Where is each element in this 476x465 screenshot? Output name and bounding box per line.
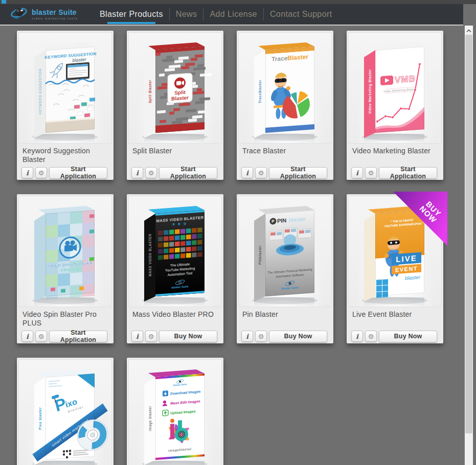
settings-button[interactable]: ⚙ — [255, 331, 267, 342]
buy-now-button[interactable]: Buy Now — [159, 331, 217, 342]
info-button[interactable]: i — [131, 167, 143, 178]
buy-now-button[interactable]: Buy Now — [269, 331, 327, 342]
nav-label: Add License — [210, 10, 257, 19]
product-card-video-marketing-blaster: Video Marketing Blaster VMB Video Market… — [347, 31, 443, 180]
product-box-art-pixo-blaster: Pixo blaster P ixo blaster smart video m… — [18, 359, 112, 465]
window-accent-square — [2, 0, 6, 4]
svg-text:PIN: PIN — [277, 217, 286, 224]
svg-text:blaster: blaster — [405, 274, 421, 281]
logo-tagline: video marketing tools — [32, 17, 78, 20]
start-application-button[interactable]: Start Application — [269, 167, 327, 179]
svg-text:P: P — [271, 219, 275, 224]
product-title: Keyword Suggestion Blaster — [18, 144, 112, 166]
info-button[interactable]: i — [21, 331, 33, 342]
settings-button[interactable]: ⚙ — [255, 167, 267, 178]
product-card-pin-blaster: PINblaster P PIN blaster The Ultimate Pi… — [237, 194, 333, 343]
svg-text:LIVE: LIVE — [396, 253, 417, 264]
nav-item-news[interactable]: News — [170, 4, 203, 25]
product-title: Pin Blaster — [238, 307, 332, 330]
svg-text:MASS VIDEO BLASTER: MASS VIDEO BLASTER — [148, 234, 152, 276]
info-button[interactable]: i — [241, 331, 253, 342]
scrollbar[interactable] — [465, 26, 473, 465]
window-top-strip — [0, 0, 476, 4]
product-box-art-video-spin-blaster-pro-plus: VIDEO SPIN BLASTER PRO 2.0 — [18, 196, 112, 307]
product-card-pixo-blaster: Pixo blaster P ixo blaster smart video m… — [17, 358, 114, 465]
product-box-art-trace-blaster: TraceBlaster TraceBlaster — [238, 32, 332, 144]
product-card-trace-blaster: TraceBlaster TraceBlaster Trace Blaster … — [237, 31, 333, 180]
start-application-button[interactable]: Start Application — [49, 331, 107, 342]
product-title: Split Blaster — [128, 144, 222, 166]
svg-text:TraceBlaster: TraceBlaster — [258, 80, 262, 103]
product-title: Mass Video Blaster PRO — [128, 307, 222, 330]
logo-title: blaster Suite — [32, 9, 78, 16]
svg-text:image blaster: image blaster — [148, 406, 152, 431]
product-box-art-video-marketing-blaster: Video Marketing Blaster VMB Video Market… — [348, 32, 442, 144]
svg-text:Split Blaster: Split Blaster — [148, 80, 152, 103]
product-title: Trace Blaster — [238, 144, 332, 166]
svg-text:Video Marketing Blaster: Video Marketing Blaster — [368, 69, 372, 114]
settings-button[interactable]: ⚙ — [365, 167, 377, 178]
app-header: blaster Suite video marketing tools Blas… — [0, 4, 463, 26]
product-title: Video Marketing Blaster — [348, 144, 442, 166]
product-card-mass-video-blaster-pro: MASS VIDEO BLASTER MASS VIDEO BLASTER P … — [127, 194, 223, 343]
info-button[interactable]: i — [131, 331, 143, 342]
product-card-split-blaster: Split Blaster Split Blaster Split Blaste… — [127, 31, 223, 180]
svg-text:blaster: blaster — [73, 57, 87, 63]
start-application-button[interactable]: Start Application — [49, 167, 107, 179]
buy-now-button[interactable]: Buy Now — [379, 331, 437, 342]
nav-item-blaster-products[interactable]: Blaster Products — [94, 4, 169, 25]
product-box-art-image-blaster: image blaster blaster Suite Download Ima… — [128, 359, 222, 465]
product-card-image-blaster: image blaster blaster Suite Download Ima… — [127, 358, 223, 465]
product-box-art-keyword-suggestion-blaster: KEYWORD SUGGESTION KEYWORD SUGGESTION bl… — [18, 32, 112, 144]
product-box-art-mass-video-blaster-pro: MASS VIDEO BLASTER MASS VIDEO BLASTER P … — [128, 196, 222, 307]
product-grid: KEYWORD SUGGESTION KEYWORD SUGGESTION bl… — [17, 31, 443, 465]
product-title: Live Event Blaster — [348, 307, 442, 330]
svg-text:PINblaster: PINblaster — [258, 245, 262, 265]
nav-item-add-license[interactable]: Add License — [203, 4, 263, 25]
nav-label: Blaster Products — [100, 10, 163, 19]
scroll-up-button[interactable] — [465, 26, 472, 35]
scrollbar-thumb[interactable] — [465, 35, 472, 433]
settings-button[interactable]: ⚙ — [35, 167, 47, 178]
main-nav: Blaster Products News Add License Contac… — [94, 4, 338, 25]
rocket-orbit-logo-icon — [8, 6, 29, 23]
start-application-button[interactable]: Start Application — [159, 167, 217, 179]
buy-now-ribbon-text: BUYNOW — [419, 199, 444, 224]
svg-text:blaster: blaster — [289, 216, 306, 223]
info-button[interactable]: i — [241, 167, 253, 178]
nav-item-contact-support[interactable]: Contact Support — [264, 4, 338, 25]
chevron-up-icon — [466, 26, 471, 35]
product-card-live-event-blaster: “ THE ULTIMATE YOUTUBE SUPERWEAPON ” LIV… — [347, 194, 443, 343]
info-button[interactable]: i — [351, 167, 363, 178]
product-box-art-pin-blaster: PINblaster P PIN blaster The Ultimate Pi… — [238, 196, 332, 307]
svg-text:VMB: VMB — [395, 74, 416, 85]
app-logo: blaster Suite video marketing tools — [8, 6, 78, 23]
settings-button[interactable]: ⚙ — [35, 331, 47, 342]
svg-text:KEYWORD SUGGESTION: KEYWORD SUGGESTION — [38, 68, 42, 114]
start-application-button[interactable]: Start Application — [379, 167, 437, 179]
product-title: Video Spin Blaster Pro PLUS — [18, 307, 112, 330]
nav-label: Contact Support — [270, 10, 332, 19]
info-button[interactable]: i — [21, 167, 33, 178]
product-card-keyword-suggestion-blaster: KEYWORD SUGGESTION KEYWORD SUGGESTION bl… — [17, 31, 114, 180]
info-button[interactable]: i — [351, 331, 363, 342]
product-box-art-split-blaster: Split Blaster Split Blaster — [128, 32, 222, 144]
settings-button[interactable]: ⚙ — [145, 167, 157, 178]
svg-text:Pixo blaster: Pixo blaster — [38, 407, 42, 430]
settings-button[interactable]: ⚙ — [145, 331, 157, 342]
nav-label: News — [176, 10, 197, 19]
product-card-video-spin-blaster-pro-plus: VIDEO SPIN BLASTER PRO 2.0 Video Spin Bl… — [17, 194, 114, 343]
settings-button[interactable]: ⚙ — [365, 331, 377, 342]
